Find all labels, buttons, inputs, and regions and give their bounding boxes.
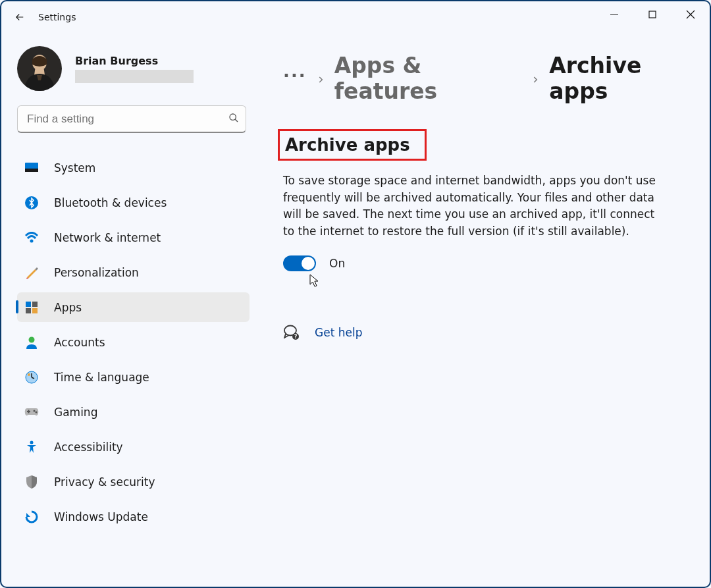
minimize-icon <box>610 11 618 18</box>
svg-rect-14 <box>26 308 31 313</box>
sidebar-item-label: Bluetooth & devices <box>54 196 167 209</box>
gamepad-icon <box>24 404 40 420</box>
svg-point-16 <box>29 336 35 342</box>
close-button[interactable] <box>672 1 710 28</box>
sidebar-item-accounts[interactable]: Accounts <box>17 327 250 357</box>
sidebar-item-label: Windows Update <box>54 510 148 523</box>
help-icon: ? <box>283 324 300 341</box>
svg-point-22 <box>36 411 38 413</box>
svg-rect-12 <box>26 302 31 307</box>
maximize-button[interactable] <box>633 1 672 28</box>
svg-point-25 <box>30 441 34 444</box>
bluetooth-icon <box>24 195 40 211</box>
sidebar-item-time[interactable]: Time & language <box>17 362 250 392</box>
svg-text:?: ? <box>294 334 298 340</box>
svg-point-20 <box>28 373 30 376</box>
minimize-button[interactable] <box>595 1 633 28</box>
breadcrumb-current: Archive apps <box>549 53 699 104</box>
svg-rect-9 <box>25 169 38 172</box>
toggle-state-label: On <box>329 257 345 270</box>
back-button[interactable] <box>7 4 33 30</box>
sidebar-item-label: Time & language <box>54 371 149 384</box>
window-controls <box>595 1 710 28</box>
sidebar-item-label: Accessibility <box>54 441 123 454</box>
help-row: ? Get help <box>283 324 699 341</box>
profile-name: Brian Burgess <box>75 55 194 67</box>
window-title: Settings <box>33 12 76 22</box>
sidebar-item-apps[interactable]: Apps <box>17 292 250 322</box>
search-input[interactable] <box>27 113 228 126</box>
sidebar-item-privacy[interactable]: Privacy & security <box>17 467 250 496</box>
description-text: To save storage space and internet bandw… <box>283 173 665 240</box>
shield-icon <box>24 474 40 490</box>
close-icon <box>686 10 695 19</box>
avatar <box>17 46 62 91</box>
page-title: Archive apps <box>285 135 410 155</box>
sidebar-item-label: Apps <box>54 301 82 314</box>
main-content: ··· Apps & features Archive apps Archive… <box>251 33 710 587</box>
sidebar-item-personalization[interactable]: Personalization <box>17 257 250 287</box>
archive-toggle[interactable] <box>283 255 316 271</box>
system-icon <box>24 160 40 176</box>
svg-point-11 <box>30 239 34 242</box>
svg-rect-15 <box>32 308 38 313</box>
sidebar-item-system[interactable]: System <box>17 153 250 182</box>
accessibility-icon <box>24 439 40 455</box>
person-icon <box>24 334 40 350</box>
sidebar-item-network[interactable]: Network & internet <box>17 223 250 252</box>
archive-toggle-row: On <box>283 255 699 271</box>
sidebar-item-label: System <box>54 161 95 174</box>
sidebar-item-label: Gaming <box>54 406 97 419</box>
profile-email-redacted <box>75 70 194 83</box>
svg-point-21 <box>34 410 36 412</box>
sidebar-item-accessibility[interactable]: Accessibility <box>17 432 250 462</box>
toggle-knob <box>302 257 315 270</box>
sidebar-item-label: Personalization <box>54 266 139 279</box>
nav-list: System Bluetooth & devices Network & int… <box>17 153 250 531</box>
search-icon <box>228 113 239 126</box>
search-box[interactable] <box>17 105 246 133</box>
svg-rect-1 <box>649 11 656 18</box>
sidebar: Brian Burgess System Bluetooth & devi <box>1 33 251 587</box>
svg-line-7 <box>235 119 238 122</box>
svg-rect-24 <box>28 410 30 413</box>
sidebar-item-bluetooth[interactable]: Bluetooth & devices <box>17 188 250 217</box>
svg-point-6 <box>230 114 236 120</box>
paintbrush-icon <box>24 265 40 281</box>
svg-rect-13 <box>32 302 38 307</box>
heading-highlight: Archive apps <box>278 129 427 161</box>
maximize-icon <box>648 11 656 18</box>
arrow-left-icon <box>14 11 26 23</box>
user-profile[interactable]: Brian Burgess <box>17 46 244 91</box>
breadcrumb-apps-features[interactable]: Apps & features <box>334 53 522 104</box>
breadcrumb-more-icon[interactable]: ··· <box>283 66 307 91</box>
sidebar-item-update[interactable]: Windows Update <box>17 502 250 531</box>
breadcrumb: ··· Apps & features Archive apps <box>283 53 699 104</box>
chevron-right-icon <box>316 66 325 92</box>
sidebar-item-label: Accounts <box>54 336 105 349</box>
apps-icon <box>24 300 40 315</box>
get-help-link[interactable]: Get help <box>315 326 362 339</box>
clock-icon <box>24 369 40 385</box>
sidebar-item-label: Network & internet <box>54 231 161 244</box>
chevron-right-icon <box>531 66 540 92</box>
wifi-icon <box>24 230 40 246</box>
update-icon <box>24 509 40 525</box>
sidebar-item-gaming[interactable]: Gaming <box>17 397 250 427</box>
cursor-icon <box>309 274 320 290</box>
sidebar-item-label: Privacy & security <box>54 475 155 489</box>
